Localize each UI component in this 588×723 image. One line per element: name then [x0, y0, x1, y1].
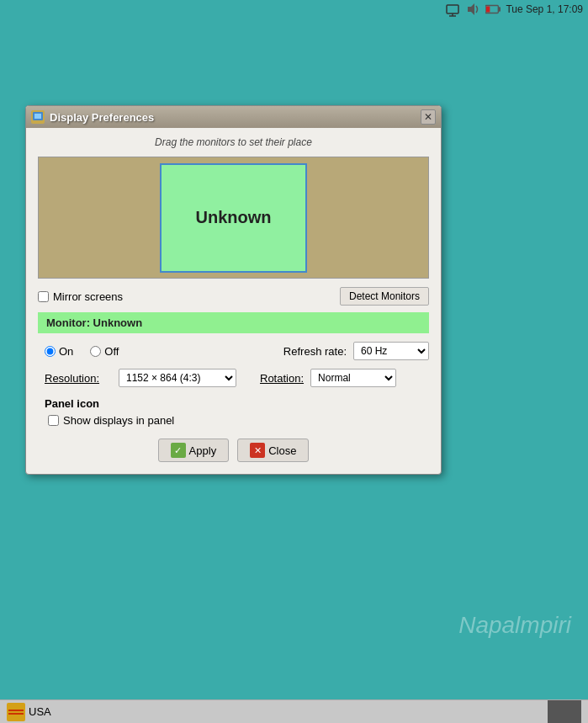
resolution-dropdown[interactable]: 1152 × 864 (4:3) 1024 × 768 (4:3) 800 × …: [119, 369, 236, 387]
refresh-rate-label: Refresh rate:: [283, 345, 347, 358]
network-icon[interactable]: [445, 2, 460, 17]
close-label: Close: [268, 444, 296, 457]
off-radio[interactable]: [90, 346, 101, 357]
keyboard-indicator[interactable]: USA: [7, 703, 51, 721]
dialog-close-button[interactable]: ✕: [421, 109, 436, 125]
on-radio-container: On: [45, 345, 73, 358]
show-displays-checkbox[interactable]: [48, 415, 59, 426]
mirror-screens-checkbox[interactable]: [38, 291, 49, 302]
refresh-rate-dropdown[interactable]: 60 Hz 75 Hz 85 Hz: [353, 342, 429, 360]
dialog-app-icon: [31, 110, 45, 124]
apply-icon: ✓: [171, 443, 186, 458]
keyboard-flag-icon: [7, 703, 25, 721]
svg-marker-3: [468, 3, 474, 15]
detect-monitors-button[interactable]: Detect Monitors: [340, 287, 429, 306]
rotation-dropdown[interactable]: Normal Left Right Upside Down: [310, 369, 396, 387]
monitor-box-unknown[interactable]: Unknown: [160, 163, 307, 273]
apply-label: Apply: [189, 444, 217, 457]
datetime-display: Tue Sep 1, 17:09: [506, 3, 583, 15]
button-row: ✓ Apply ✕ Close: [38, 439, 429, 462]
mirror-screens-label[interactable]: Mirror screens: [53, 290, 123, 303]
on-label[interactable]: On: [59, 345, 73, 358]
panel-icon-title: Panel icon: [45, 397, 429, 410]
dialog-titlebar: Display Preferences ✕: [26, 106, 441, 128]
panel-checkbox-row: Show displays in panel: [45, 414, 429, 427]
taskbar-bottom: USA: [0, 699, 588, 723]
svg-rect-5: [499, 7, 501, 11]
battery-icon[interactable]: [485, 2, 501, 17]
apply-button[interactable]: ✓ Apply: [158, 439, 230, 462]
close-button[interactable]: ✕ Close: [237, 439, 309, 462]
svg-rect-0: [447, 5, 458, 13]
drag-instruction: Drag the monitors to set their place: [38, 136, 429, 148]
svg-rect-9: [8, 706, 24, 718]
speaker-icon[interactable]: [465, 2, 480, 17]
svg-rect-11: [8, 713, 24, 715]
monitor-preview-area: Unknown: [38, 157, 429, 279]
svg-rect-6: [486, 6, 490, 12]
dialog-content: Drag the monitors to set their place Unk…: [26, 128, 441, 474]
refresh-rate-section: Refresh rate: 60 Hz 75 Hz 85 Hz: [283, 342, 429, 360]
keyboard-locale: USA: [29, 705, 51, 718]
taskbar-end-block: [548, 700, 581, 724]
dialog-title-left: Display Preferences: [31, 110, 154, 124]
resolution-label: Resolution:: [45, 372, 112, 385]
mirror-section: Mirror screens: [38, 290, 123, 303]
display-preferences-dialog: Display Preferences ✕ Drag the monitors …: [25, 105, 442, 475]
watermark-text: Napalmpiri: [458, 612, 571, 639]
close-icon: ✕: [250, 443, 265, 458]
panel-icon-section: Panel icon Show displays in panel: [38, 397, 429, 427]
svg-rect-10: [8, 710, 24, 711]
resolution-row: Resolution: 1152 × 864 (4:3) 1024 × 768 …: [38, 369, 429, 387]
show-displays-label[interactable]: Show displays in panel: [63, 414, 174, 427]
rotation-label: Rotation:: [260, 372, 304, 385]
off-label[interactable]: Off: [104, 345, 119, 358]
svg-rect-8: [34, 114, 41, 119]
taskbar-top: Tue Sep 1, 17:09: [440, 0, 588, 19]
taskbar-bottom-right: [548, 700, 581, 724]
on-radio[interactable]: [45, 346, 56, 357]
dialog-title: Display Preferences: [50, 111, 154, 124]
mirror-detect-row: Mirror screens Detect Monitors: [38, 287, 429, 306]
on-off-row: On Off Refresh rate: 60 Hz 75 Hz 85 Hz: [38, 342, 429, 360]
off-radio-container: Off: [90, 345, 119, 358]
monitor-label-bar: Monitor: Unknown: [38, 312, 429, 333]
